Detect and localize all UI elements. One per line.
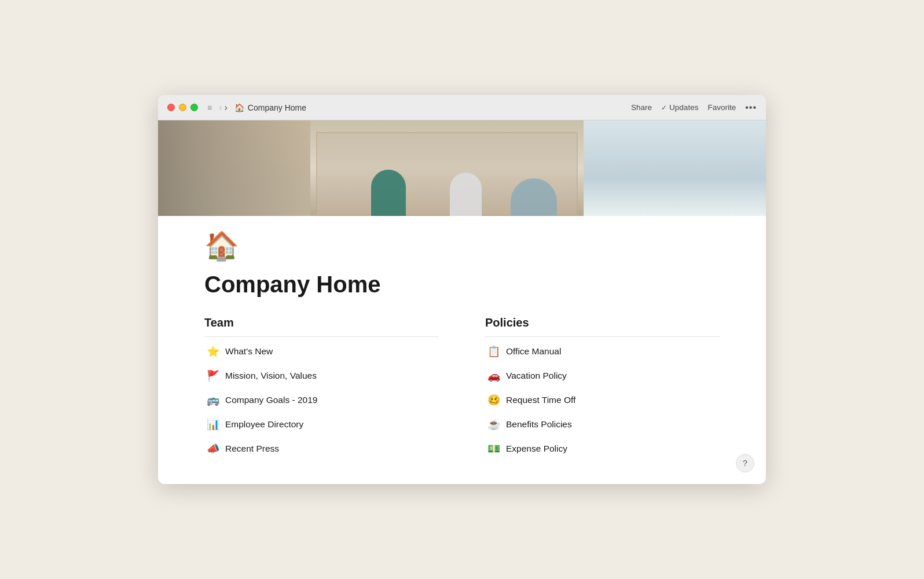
close-button[interactable] (167, 104, 175, 111)
more-button[interactable]: ••• (745, 102, 757, 113)
policies-column: Policies 📋 Office Manual 🚗 Vacation Poli… (485, 316, 720, 461)
favorite-button[interactable]: Favorite (707, 103, 736, 112)
maximize-button[interactable] (190, 104, 198, 111)
list-item[interactable]: 🚗 Vacation Policy (485, 364, 720, 388)
share-button[interactable]: Share (631, 103, 652, 112)
hero-left (158, 120, 310, 216)
page-breadcrumb: 🏠 Company Home (234, 103, 306, 112)
browser-window: ≡ ‹ › 🏠 Company Home Share ✓ Updates Fav… (158, 95, 766, 484)
content-area: 🏠 Company Home Team ⭐ What's New 🚩 Missi… (158, 216, 766, 484)
mission-icon: 🚩 (207, 369, 219, 382)
list-item[interactable]: 💵 Expense Policy (485, 437, 720, 461)
press-label: Recent Press (225, 444, 279, 454)
hero-right (584, 120, 766, 216)
whats-new-label: What's New (225, 346, 273, 357)
team-column: Team ⭐ What's New 🚩 Mission, Vision, Val… (204, 316, 439, 461)
expense-label: Expense Policy (506, 444, 567, 454)
title-bar-actions: Share ✓ Updates Favorite ••• (631, 102, 757, 113)
list-item[interactable]: 🚩 Mission, Vision, Values (204, 364, 439, 388)
directory-icon: 📊 (207, 418, 219, 431)
list-item[interactable]: 📣 Recent Press (204, 437, 439, 461)
list-item[interactable]: 📋 Office Manual (485, 339, 720, 364)
time-off-label: Request Time Off (506, 395, 575, 405)
goals-label: Company Goals - 2019 (225, 395, 317, 405)
press-icon: 📣 (207, 442, 219, 455)
team-header: Team (204, 316, 439, 337)
goals-icon: 🚌 (207, 394, 219, 406)
title-bar: ≡ ‹ › 🏠 Company Home Share ✓ Updates Fav… (158, 95, 766, 120)
page-title: Company Home (158, 267, 766, 316)
minimize-button[interactable] (179, 104, 186, 111)
hero-image (158, 120, 766, 216)
team-list: ⭐ What's New 🚩 Mission, Vision, Values 🚌… (204, 339, 439, 461)
nav-arrows: ‹ › (219, 102, 228, 113)
list-item[interactable]: ☕ Benefits Policies (485, 412, 720, 437)
forward-arrow[interactable]: › (225, 102, 228, 113)
mission-label: Mission, Vision, Values (225, 371, 317, 381)
updates-button[interactable]: ✓ Updates (661, 103, 698, 112)
vacation-icon: 🚗 (487, 369, 500, 382)
page-emoji: 🏠 (158, 216, 766, 267)
chair-green (371, 170, 406, 216)
policies-list: 📋 Office Manual 🚗 Vacation Policy 🥴 Requ… (485, 339, 720, 461)
help-button[interactable]: ? (736, 454, 754, 472)
browser-body: 🏠 Company Home Team ⭐ What's New 🚩 Missi… (158, 120, 766, 484)
chair-white (450, 173, 482, 216)
list-item[interactable]: 📊 Employee Directory (204, 412, 439, 437)
hamburger-icon[interactable]: ≡ (207, 103, 212, 112)
benefits-label: Benefits Policies (506, 419, 572, 430)
time-off-icon: 🥴 (487, 394, 500, 406)
benefits-icon: ☕ (487, 418, 500, 431)
policies-header: Policies (485, 316, 720, 337)
office-manual-label: Office Manual (506, 346, 561, 357)
list-item[interactable]: ⭐ What's New (204, 339, 439, 364)
whats-new-icon: ⭐ (207, 345, 219, 358)
list-item[interactable]: 🚌 Company Goals - 2019 (204, 388, 439, 412)
page-breadcrumb-label: Company Home (248, 103, 306, 112)
check-icon: ✓ (661, 104, 667, 112)
vacation-label: Vacation Policy (506, 371, 567, 381)
traffic-lights (167, 104, 198, 111)
page-breadcrumb-icon: 🏠 (234, 103, 244, 112)
list-item[interactable]: 🥴 Request Time Off (485, 388, 720, 412)
expense-icon: 💵 (487, 442, 500, 455)
updates-label: Updates (669, 103, 698, 112)
columns: Team ⭐ What's New 🚩 Mission, Vision, Val… (158, 316, 766, 461)
office-manual-icon: 📋 (487, 345, 500, 358)
directory-label: Employee Directory (225, 419, 303, 430)
back-arrow[interactable]: ‹ (219, 102, 222, 113)
